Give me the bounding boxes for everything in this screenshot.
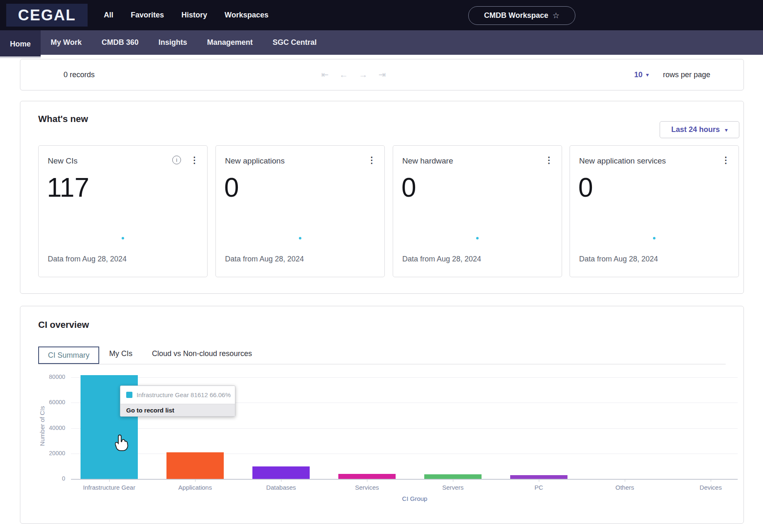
x-category-label[interactable]: Infrastructure Gear: [68, 484, 151, 491]
workspace-nav-bar: Home My Work CMDB 360 Insights Managemen…: [0, 30, 763, 55]
pager-first-icon[interactable]: ⇤: [321, 70, 329, 80]
kebab-menu-icon[interactable]: ⋮: [190, 156, 199, 164]
y-tick-label: 60000: [24, 399, 65, 405]
tab-management-label: Management: [207, 38, 253, 47]
kpi-card-title: New hardware: [402, 156, 453, 166]
tab-my-work-label: My Work: [51, 38, 82, 47]
rows-per-page-value[interactable]: 10: [634, 71, 643, 79]
bar-applications[interactable]: [166, 452, 224, 479]
bar-servers[interactable]: [424, 474, 482, 479]
kpi-footer: Data from Aug 28, 2024: [225, 255, 304, 264]
gridline: [71, 428, 738, 429]
whats-new-panel: What's new Last 24 hours ▾ New CIs i ⋮ 1…: [20, 101, 744, 294]
kpi-value: 117: [47, 172, 89, 203]
rows-per-page-label: rows per page: [663, 71, 710, 79]
time-filter-label: Last 24 hours: [671, 125, 720, 134]
x-axis-line: [71, 479, 738, 480]
tab-sgc-central-label: SGC Central: [273, 38, 317, 47]
nav-item-workspaces[interactable]: Workspaces: [225, 11, 269, 20]
tooltip-legend-swatch: [126, 392, 132, 398]
info-icon[interactable]: i: [172, 156, 181, 164]
tab-sgc-central[interactable]: SGC Central: [263, 30, 327, 55]
time-filter-dropdown[interactable]: Last 24 hours ▾: [660, 121, 739, 138]
kebab-menu-icon[interactable]: ⋮: [545, 156, 553, 164]
kpi-card-new-cis: New CIs i ⋮ 117 Data from Aug 28, 2024: [38, 145, 208, 277]
global-nav: All Favorites History Workspaces: [104, 0, 269, 30]
sparkline-point: [476, 237, 479, 239]
bar-services[interactable]: [338, 474, 396, 479]
x-tick: [195, 480, 196, 482]
kebab-menu-icon[interactable]: ⋮: [721, 156, 730, 164]
kpi-card-new-hardware: New hardware ⋮ 0 Data from Aug 28, 2024: [393, 145, 562, 277]
tooltip-go-to-record-list[interactable]: Go to record list: [120, 404, 235, 416]
x-axis-title: CI Group: [382, 495, 448, 502]
record-count: 0 records: [64, 59, 95, 90]
y-tick-label: 20000: [24, 450, 65, 456]
kpi-card-title: New CIs: [48, 156, 78, 166]
rows-per-page-control: 10 ▾ rows per page: [634, 59, 710, 90]
sparkline-point: [299, 237, 301, 239]
nav-item-favorites[interactable]: Favorites: [131, 11, 164, 20]
kebab-menu-icon[interactable]: ⋮: [367, 156, 376, 164]
x-tick: [367, 480, 367, 482]
pager-prev-icon[interactable]: ←: [340, 70, 348, 80]
logo-text: CEGAL: [18, 7, 76, 24]
chevron-down-icon: ▾: [725, 127, 728, 133]
gridline: [71, 377, 738, 378]
cegal-logo[interactable]: CEGAL: [6, 4, 88, 27]
x-tick: [539, 480, 539, 482]
kpi-value: 0: [578, 172, 593, 203]
tab-home[interactable]: Home: [0, 30, 41, 58]
tab-cmdb-360[interactable]: CMDB 360: [92, 30, 149, 55]
x-category-label[interactable]: Devices: [669, 484, 752, 491]
nav-item-history[interactable]: History: [181, 11, 207, 20]
x-category-label[interactable]: Servers: [411, 484, 494, 491]
pager-last-icon[interactable]: ⇥: [379, 70, 386, 80]
tab-insights[interactable]: Insights: [149, 30, 197, 55]
top-header-bar: CEGAL All Favorites History Workspaces C…: [0, 0, 763, 30]
tab-home-label: Home: [10, 40, 31, 49]
kpi-footer: Data from Aug 28, 2024: [579, 255, 658, 264]
bar-pc[interactable]: [510, 475, 567, 479]
x-tick: [109, 480, 110, 482]
sparkline-point: [122, 237, 124, 239]
x-category-label[interactable]: PC: [497, 484, 580, 491]
workspace-selector-button[interactable]: CMDB Workspace ☆: [468, 6, 575, 25]
kpi-card-title: New applications: [225, 156, 285, 166]
x-category-label[interactable]: Services: [325, 484, 408, 491]
bar-databases[interactable]: [252, 466, 310, 479]
x-category-label[interactable]: Others: [583, 484, 666, 491]
tab-management[interactable]: Management: [197, 30, 263, 55]
whats-new-title: What's new: [38, 114, 88, 124]
kpi-card-new-applications: New applications ⋮ 0 Data from Aug 28, 2…: [215, 145, 385, 277]
y-tick-label: 0: [24, 475, 65, 482]
x-category-label[interactable]: Databases: [240, 484, 323, 491]
kpi-value: 0: [224, 172, 239, 203]
x-tick: [453, 480, 453, 482]
record-list-footer-panel: 0 records ⇤ ← → ⇥ 10 ▾ rows per page: [20, 59, 744, 90]
chevron-down-icon[interactable]: ▾: [646, 71, 649, 78]
ci-bar-chart: Number of CIs CI Group Infrastructure Ge…: [20, 306, 743, 523]
x-tick: [711, 480, 711, 482]
tab-cmdb-360-label: CMDB 360: [102, 38, 139, 47]
star-icon[interactable]: ☆: [553, 11, 560, 20]
ci-overview-panel: CI overview CI Summary My CIs Cloud vs N…: [20, 306, 744, 524]
kpi-card-title: New application services: [579, 156, 666, 166]
cmdb-workspace-screen: CEGAL All Favorites History Workspaces C…: [0, 0, 763, 532]
kpi-card-new-application-services: New application services ⋮ 0 Data from A…: [570, 145, 739, 277]
sparkline-point: [653, 237, 655, 239]
y-tick-label: 80000: [24, 373, 65, 380]
x-tick: [625, 480, 625, 482]
y-tick-label: 40000: [24, 425, 65, 431]
kpi-value: 0: [401, 172, 416, 203]
pager-next-icon[interactable]: →: [359, 70, 368, 80]
chart-tooltip: Infrastructure Gear 81612 66.06% Go to r…: [120, 386, 235, 417]
workspace-selector-label: CMDB Workspace: [484, 11, 548, 20]
kpi-footer: Data from Aug 28, 2024: [48, 255, 127, 264]
pagination-controls: ⇤ ← → ⇥: [321, 59, 386, 90]
tab-my-work[interactable]: My Work: [41, 30, 92, 55]
kpi-footer: Data from Aug 28, 2024: [402, 255, 481, 264]
x-category-label[interactable]: Applications: [154, 484, 237, 491]
x-tick: [281, 480, 281, 482]
nav-item-all[interactable]: All: [104, 11, 113, 20]
